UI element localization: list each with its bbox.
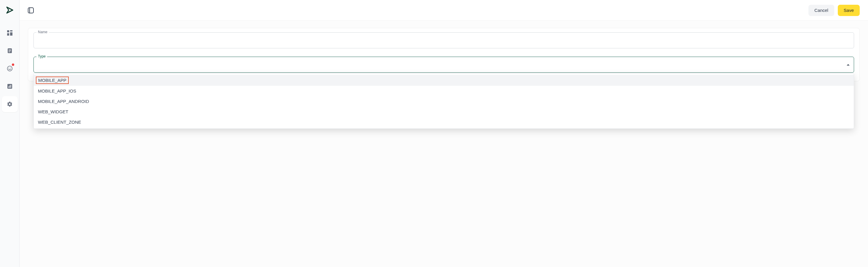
- app-logo: [5, 5, 14, 15]
- form-card: Name Type MOBILE_APP MOBILE_APP_IOS: [28, 28, 860, 81]
- type-label: Type: [36, 54, 47, 58]
- nav-doc[interactable]: [2, 43, 18, 59]
- svg-rect-3: [10, 32, 12, 35]
- type-option-mobile-app-android[interactable]: MOBILE_APP_ANDROID: [34, 96, 854, 107]
- save-button[interactable]: Save: [838, 5, 860, 16]
- svg-rect-14: [10, 85, 11, 88]
- type-option-mobile-app-ios[interactable]: MOBILE_APP_IOS: [34, 86, 854, 96]
- nav-analytics[interactable]: [2, 78, 18, 94]
- svg-point-8: [7, 66, 12, 71]
- type-field: Type MOBILE_APP MOBILE_APP_IOS MOBILE_AP…: [33, 57, 854, 73]
- svg-rect-6: [8, 51, 11, 51]
- type-option-web-widget[interactable]: WEB_WIDGET: [34, 107, 854, 117]
- notification-dot: [12, 63, 14, 66]
- content: Name Type MOBILE_APP MOBILE_APP_IOS: [20, 21, 868, 88]
- name-input[interactable]: [33, 32, 854, 48]
- gear-icon: [7, 101, 13, 107]
- svg-rect-5: [8, 50, 11, 50]
- option-highlight: MOBILE_APP: [36, 77, 69, 84]
- smile-icon: [7, 65, 13, 72]
- nav-feedback[interactable]: [2, 60, 18, 77]
- caret-up-icon: [847, 64, 849, 65]
- type-option-web-client-zone[interactable]: WEB_CLIENT_ZONE: [34, 117, 854, 127]
- type-option-mobile-app[interactable]: MOBILE_APP: [34, 75, 854, 86]
- svg-rect-2: [7, 33, 9, 35]
- topbar-left: [28, 7, 34, 14]
- svg-rect-1: [10, 30, 12, 31]
- doc-icon: [7, 48, 12, 53]
- type-dropdown: MOBILE_APP MOBILE_APP_IOS MOBILE_APP_AND…: [33, 73, 854, 129]
- svg-rect-12: [8, 86, 9, 88]
- svg-point-9: [8, 68, 9, 68]
- toggle-sidebar-icon[interactable]: [28, 7, 34, 14]
- topbar-actions: Cancel Save: [808, 5, 860, 16]
- nav-dashboard[interactable]: [2, 25, 18, 41]
- svg-rect-7: [8, 52, 10, 52]
- svg-rect-13: [9, 85, 10, 88]
- topbar: Cancel Save: [20, 0, 868, 21]
- app-root: Cancel Save Name Type: [0, 0, 868, 267]
- nav-settings[interactable]: [2, 96, 18, 112]
- name-field: Name: [33, 32, 854, 48]
- chart-icon: [7, 84, 12, 89]
- svg-point-10: [10, 68, 11, 68]
- cancel-button[interactable]: Cancel: [808, 5, 834, 16]
- svg-rect-0: [7, 30, 9, 32]
- main-area: Cancel Save Name Type: [20, 0, 868, 267]
- type-select[interactable]: [33, 57, 854, 73]
- dashboard-icon: [7, 30, 12, 35]
- sidebar: [0, 0, 20, 267]
- name-label: Name: [36, 30, 49, 34]
